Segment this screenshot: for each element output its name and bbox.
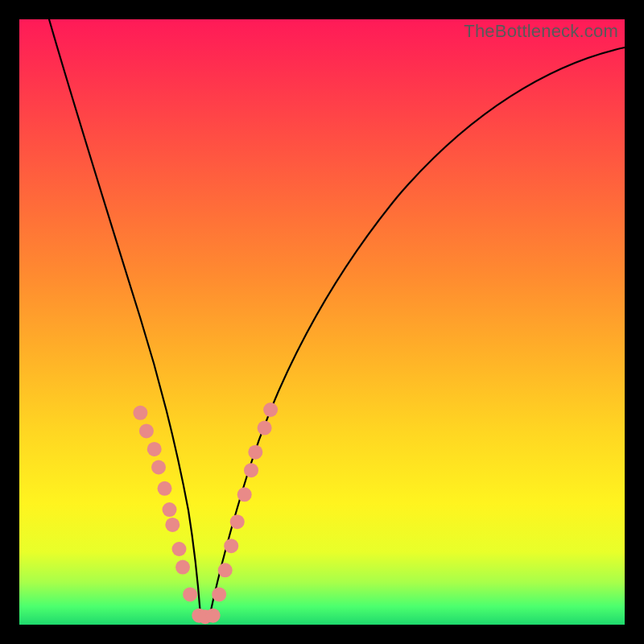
data-dot bbox=[212, 587, 226, 601]
data-dot bbox=[248, 445, 262, 460]
data-dot bbox=[237, 487, 252, 502]
data-dot bbox=[218, 563, 233, 577]
data-dot bbox=[163, 502, 177, 517]
data-dot bbox=[175, 560, 190, 575]
data-dot bbox=[258, 421, 272, 436]
data-dot bbox=[147, 442, 162, 456]
data-dot bbox=[263, 402, 278, 417]
data-dot bbox=[206, 609, 221, 623]
data-dot bbox=[172, 542, 187, 556]
chart-svg bbox=[19, 19, 625, 625]
data-dot bbox=[165, 518, 180, 532]
watermark-text: TheBottleneck.com bbox=[464, 21, 618, 42]
dot-cluster bbox=[133, 402, 278, 624]
bottleneck-curve bbox=[49, 19, 625, 621]
data-dot bbox=[224, 539, 238, 553]
data-dot bbox=[230, 514, 245, 529]
data-dot bbox=[244, 463, 258, 477]
data-dot bbox=[151, 460, 166, 475]
chart-frame: TheBottleneck.com bbox=[19, 19, 625, 625]
data-dot bbox=[133, 406, 147, 420]
data-dot bbox=[158, 481, 172, 496]
data-dot bbox=[139, 423, 154, 438]
data-dot bbox=[183, 587, 197, 601]
